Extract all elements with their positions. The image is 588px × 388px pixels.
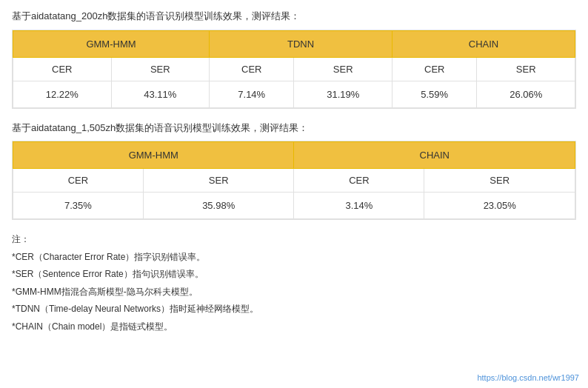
- table1-data-4: 5.59%: [392, 81, 476, 107]
- table1-data-0: 12.22%: [13, 81, 112, 107]
- table2-data-2: 3.14%: [294, 193, 424, 219]
- table2-sub-cer1: CER: [13, 169, 144, 193]
- table1-header-gmm: GMM-HMM: [13, 30, 210, 57]
- notes-item-3: *TDNN（Time-delay Neural Networks）指时延神经网络…: [12, 301, 576, 318]
- table2-data-3: 23.05%: [424, 193, 575, 219]
- table1: GMM-HMM TDNN CHAIN CER SER CER SER CER S…: [13, 30, 575, 108]
- notes-item-2: *GMM-HMM指混合高斯模型-隐马尔科夫模型。: [12, 284, 576, 301]
- notes-section: 注： *CER（Character Error Rate）指字识别错误率。 *S…: [12, 232, 576, 335]
- table2-title: 基于aidatatang_1,505zh数据集的语音识别模型训练效果，测评结果：: [12, 121, 576, 136]
- table1-header-row: GMM-HMM TDNN CHAIN: [13, 30, 575, 57]
- table2: GMM-HMM CHAIN CER SER CER SER 7.35% 35.9…: [13, 141, 575, 219]
- table2-wrapper: GMM-HMM CHAIN CER SER CER SER 7.35% 35.9…: [12, 141, 576, 220]
- notes-item-4: *CHAIN（Chain model）是指链式模型。: [12, 319, 576, 335]
- table1-sub-ser1: SER: [111, 57, 210, 81]
- table2-header-gmm: GMM-HMM: [13, 142, 294, 169]
- table1-sub-cer1: CER: [13, 57, 112, 81]
- table1-data-5: 26.06%: [477, 81, 575, 107]
- table2-header-row: GMM-HMM CHAIN: [13, 142, 575, 169]
- table2-subheader-row: CER SER CER SER: [13, 169, 575, 193]
- table1-data-3: 31.19%: [294, 81, 392, 107]
- table1-title: 基于aidatatang_200zh数据集的语音识别模型训练效果，测评结果：: [12, 9, 576, 24]
- table2-sub-ser2: SER: [424, 169, 575, 193]
- table1-wrapper: GMM-HMM TDNN CHAIN CER SER CER SER CER S…: [12, 30, 576, 109]
- notes-label: 注：: [12, 232, 576, 248]
- table2-data-1: 35.98%: [143, 193, 294, 219]
- table1-data-1: 43.11%: [111, 81, 210, 107]
- table1-sub-ser2: SER: [294, 57, 392, 81]
- table1-data-2: 7.14%: [210, 81, 294, 107]
- table2-data-0: 7.35%: [13, 193, 144, 219]
- table1-subheader-row: CER SER CER SER CER SER: [13, 57, 575, 81]
- table1-sub-cer2: CER: [210, 57, 294, 81]
- notes-item-1: *SER（Sentence Error Rate）指句识别错误率。: [12, 267, 576, 283]
- table2-sub-cer2: CER: [294, 169, 424, 193]
- table2-sub-ser1: SER: [143, 169, 294, 193]
- table1-data-row: 12.22% 43.11% 7.14% 31.19% 5.59% 26.06%: [13, 81, 575, 107]
- table1-header-chain: CHAIN: [392, 30, 575, 57]
- table1-header-tdnn: TDNN: [210, 30, 392, 57]
- table1-sub-ser3: SER: [477, 57, 575, 81]
- table1-sub-cer3: CER: [392, 57, 476, 81]
- table2-header-chain: CHAIN: [294, 142, 575, 169]
- table2-data-row: 7.35% 35.98% 3.14% 23.05%: [13, 193, 575, 219]
- notes-item-0: *CER（Character Error Rate）指字识别错误率。: [12, 250, 576, 266]
